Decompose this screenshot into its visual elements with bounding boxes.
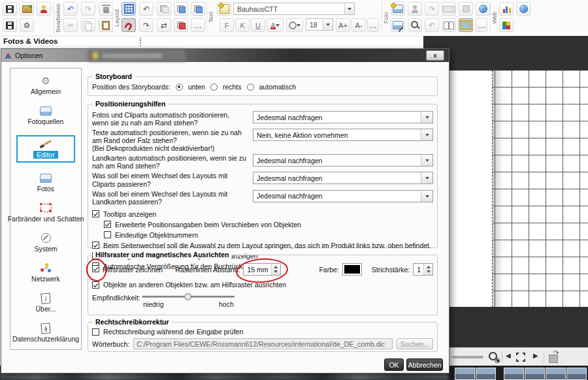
bring-forward-button[interactable] bbox=[174, 2, 188, 16]
underline-button[interactable]: U bbox=[251, 18, 265, 32]
sidebar-item-allgemein[interactable]: ⚙ Allgemein bbox=[10, 75, 81, 95]
outline-color-button[interactable] bbox=[286, 18, 303, 32]
photo-thumbnail[interactable] bbox=[566, 368, 587, 380]
photo-thumbnail[interactable] bbox=[504, 368, 524, 380]
draw-grid-checkbox[interactable] bbox=[92, 265, 99, 272]
font-color-button[interactable]: A bbox=[267, 18, 284, 32]
rotate-left-button[interactable]: ↶ bbox=[139, 2, 154, 16]
chevron-down-icon[interactable] bbox=[421, 191, 433, 202]
radio-unten[interactable] bbox=[176, 84, 183, 91]
open-button[interactable] bbox=[20, 2, 34, 16]
positioning-select-0[interactable]: Jedesmal nachfragen bbox=[253, 111, 433, 123]
zoom-magnifier-icon[interactable] bbox=[489, 352, 500, 363]
sidebar-item-datenschutz[interactable]: § Datenschutzerklärung bbox=[10, 323, 81, 343]
remove-layout-button[interactable] bbox=[174, 18, 188, 32]
font-size-dropdown[interactable] bbox=[323, 19, 333, 30]
spinner-arrows[interactable] bbox=[423, 264, 433, 275]
save-as-button[interactable] bbox=[3, 18, 17, 32]
photo-more-button[interactable]: … bbox=[476, 18, 487, 32]
sidebar-item-fotos[interactable]: Fotos bbox=[10, 172, 81, 193]
positioning-select-1[interactable]: Nein, keine Aktion vornehmen bbox=[253, 129, 433, 141]
sidebar-item-netzwerk[interactable]: Netzwerk bbox=[10, 262, 81, 283]
next-page-button[interactable]: ▶ bbox=[533, 352, 538, 359]
browse-button[interactable]: Suchen... bbox=[397, 338, 433, 349]
chevron-down-icon[interactable] bbox=[421, 129, 433, 140]
fit-view-button[interactable] bbox=[516, 353, 525, 362]
page-preview-button[interactable]: ↷ bbox=[549, 355, 558, 363]
radio-rechts[interactable] bbox=[210, 84, 218, 91]
layout-more-button[interactable]: … bbox=[191, 18, 205, 32]
positioning-select-3[interactable]: Jedesmal nachfragen bbox=[253, 172, 433, 184]
stroke-width-spinner[interactable]: 1 bbox=[413, 263, 433, 276]
increase-font-button[interactable]: A+ bbox=[336, 18, 350, 32]
grid-toggle-button[interactable] bbox=[122, 2, 136, 16]
duplicate-photo-button[interactable] bbox=[459, 2, 473, 16]
tooltips-checkbox[interactable] bbox=[92, 210, 99, 217]
add-photo-button[interactable] bbox=[391, 2, 405, 16]
cancel-button[interactable]: Abbrechen bbox=[406, 358, 443, 371]
album-page-canvas[interactable] bbox=[449, 71, 588, 307]
person-search-button[interactable] bbox=[408, 2, 422, 16]
positioning-select-4[interactable]: Jedesmal nachfragen bbox=[253, 190, 433, 202]
decrease-font-button[interactable]: A- bbox=[351, 18, 366, 32]
chevron-down-icon[interactable] bbox=[421, 155, 433, 166]
reset-layout-button[interactable] bbox=[157, 2, 171, 16]
font-family-select[interactable]: BauhausCTT bbox=[233, 3, 355, 15]
undo-button[interactable]: ↶ bbox=[63, 2, 78, 16]
spellcheck-checkbox[interactable] bbox=[92, 328, 99, 336]
dictionary-path-input[interactable]: C:/Program Files/CEWE/Rossmann612/Resour… bbox=[133, 338, 393, 349]
font-family-dropdown[interactable] bbox=[344, 3, 354, 14]
flip-button[interactable]: ⇄ bbox=[157, 18, 171, 32]
bold-button[interactable]: F bbox=[220, 18, 234, 32]
font-picker-button[interactable] bbox=[217, 2, 231, 16]
sidebar-item-ueber[interactable]: i Über... bbox=[10, 293, 81, 313]
delete-button[interactable] bbox=[99, 2, 113, 16]
sensitivity-slider[interactable]: niedrig hoch bbox=[142, 293, 235, 308]
photo-thumbnail[interactable] bbox=[476, 368, 496, 380]
font-size-select[interactable]: 18 bbox=[306, 18, 333, 31]
photo-globe-button[interactable] bbox=[476, 2, 490, 16]
spinner-arrows[interactable] bbox=[271, 264, 280, 275]
zoom-slider[interactable] bbox=[452, 356, 483, 358]
sidebar-item-editor[interactable]: Editor bbox=[16, 135, 75, 163]
sidebar-item-farbraender[interactable]: Farbränder und Schatten bbox=[10, 202, 81, 223]
paste-button[interactable] bbox=[99, 18, 113, 32]
panorama-button[interactable] bbox=[442, 2, 456, 16]
positioning-select-2[interactable]: Jedesmal nachfragen bbox=[253, 154, 433, 166]
page-change-checkbox[interactable] bbox=[92, 242, 99, 249]
extended-position-checkbox[interactable] bbox=[104, 221, 111, 228]
web-globe-button[interactable] bbox=[516, 2, 531, 16]
photo-zoom-button[interactable] bbox=[408, 18, 422, 32]
redo-button[interactable]: ↷ bbox=[81, 2, 95, 16]
photo-edit-button[interactable] bbox=[391, 18, 405, 32]
rotate-right-button[interactable]: ↷ bbox=[139, 18, 154, 32]
photo-rotate-button[interactable]: ↷ bbox=[425, 2, 439, 16]
settings-button[interactable]: ⚙ bbox=[20, 18, 34, 32]
chevron-down-icon[interactable] bbox=[421, 172, 433, 183]
radio-automatisch[interactable] bbox=[247, 84, 254, 91]
cut-button[interactable]: ✂ bbox=[63, 18, 78, 32]
photo-flip-button[interactable]: ↶ bbox=[425, 18, 439, 32]
object-numbers-checkbox[interactable] bbox=[104, 231, 111, 238]
panel-splitter-handle[interactable] bbox=[140, 38, 141, 46]
grid-color-swatch[interactable] bbox=[342, 263, 362, 276]
frame-photo-button[interactable] bbox=[459, 18, 473, 32]
chevron-down-icon[interactable] bbox=[421, 112, 433, 123]
italic-button[interactable]: K bbox=[235, 18, 250, 32]
photo-thumbnail[interactable] bbox=[546, 368, 566, 380]
slider-thumb[interactable] bbox=[184, 293, 191, 300]
save-button[interactable] bbox=[3, 2, 17, 16]
account-button[interactable] bbox=[37, 2, 51, 16]
dialog-titlebar[interactable]: Optionen x bbox=[1, 49, 449, 62]
close-button[interactable]: x bbox=[426, 50, 444, 61]
send-backward-button[interactable] bbox=[191, 2, 205, 16]
sidebar-item-system[interactable]: System bbox=[10, 232, 81, 253]
ok-button[interactable]: OK bbox=[384, 358, 404, 371]
web-upload-button[interactable] bbox=[499, 18, 514, 32]
photo-thumbnail[interactable] bbox=[455, 368, 475, 380]
spread-view-button[interactable] bbox=[442, 18, 456, 32]
text-more-button[interactable]: … bbox=[367, 18, 379, 32]
web-stats-button[interactable] bbox=[499, 2, 514, 16]
magnet-toggle-button[interactable] bbox=[122, 18, 136, 32]
prev-page-button[interactable]: ◀ bbox=[506, 352, 511, 359]
